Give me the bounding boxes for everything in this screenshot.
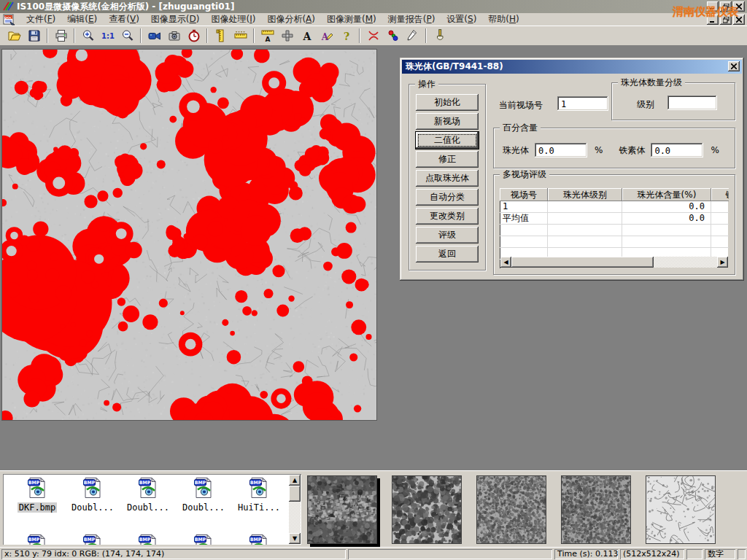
svg-text:?: ? <box>343 31 349 42</box>
camera-icon[interactable] <box>165 28 183 44</box>
file-item[interactable]: BMPDoubl... <box>121 477 175 513</box>
classify-icon[interactable] <box>384 28 402 44</box>
child-minimize-button[interactable] <box>707 15 719 25</box>
ferrite-unit: % <box>711 145 719 155</box>
file-list-scrollbar[interactable]: ▲ ▼ <box>289 475 301 544</box>
operation-buttons: 初始化新视场二值化修正点取珠光体自动分类更改类别评级返回 <box>409 85 485 262</box>
file-item[interactable]: BMPHuiTi... <box>232 477 286 513</box>
close-button[interactable] <box>733 1 745 12</box>
text-icon[interactable]: A <box>298 28 316 44</box>
toolbar: 1:1AAA? <box>0 26 747 46</box>
table-row[interactable]: 10.0 <box>500 201 729 213</box>
file-list[interactable]: BMPDKF.bmpBMPDoubl...BMPDoubl...BMPDoubl… <box>3 474 301 545</box>
grade-input[interactable] <box>667 96 717 110</box>
curve-tool-icon[interactable] <box>364 28 382 44</box>
menu-item-help[interactable]: 帮助(H) <box>482 12 525 26</box>
menu-item-image-process[interactable]: 图像处理(I) <box>205 12 261 26</box>
grid-icon[interactable] <box>278 28 296 44</box>
image-thumbnail[interactable] <box>561 475 631 544</box>
brush-icon[interactable] <box>430 28 449 44</box>
dialog-close-button[interactable] <box>728 61 740 71</box>
file-item[interactable]: BMP <box>10 534 64 545</box>
op-button[interactable]: 返回 <box>416 246 479 262</box>
file-name: Doubl... <box>70 502 115 513</box>
table-row[interactable] <box>500 225 729 236</box>
svg-text:BMP: BMP <box>139 480 151 485</box>
file-item[interactable]: BMP <box>121 534 175 545</box>
grade-field-label: 级别 <box>637 98 654 111</box>
caliper-icon[interactable] <box>212 28 230 44</box>
table-row[interactable] <box>500 236 729 248</box>
file-item[interactable]: BMP <box>232 534 286 545</box>
zoom-in-icon[interactable] <box>79 28 97 44</box>
image-thumbnail[interactable] <box>392 475 462 544</box>
current-field-input[interactable] <box>557 96 608 111</box>
minimize-button[interactable] <box>707 1 719 12</box>
document-icon[interactable]: DOC <box>3 14 16 26</box>
file-scroll-thumb[interactable] <box>289 486 301 502</box>
op-button[interactable]: 新视场 <box>416 113 479 130</box>
child-restore-button[interactable] <box>720 15 732 25</box>
zoom-out-icon[interactable] <box>118 28 136 44</box>
table-column-header[interactable]: 珠光体级别 <box>548 188 622 201</box>
op-button[interactable]: 二值化 <box>416 132 479 149</box>
op-button[interactable]: 修正 <box>416 151 479 168</box>
op-button[interactable]: 更改类别 <box>416 208 479 225</box>
file-name: DKF.bmp <box>18 502 58 513</box>
menu-item-settings[interactable]: 设置(S) <box>441 12 482 26</box>
file-item[interactable]: BMP <box>66 534 120 545</box>
timer-icon[interactable] <box>185 28 203 44</box>
scroll-track[interactable] <box>511 257 717 268</box>
menu-item-image-analysis[interactable]: 图像分析(A) <box>261 12 321 26</box>
image-thumbnail[interactable] <box>476 475 546 544</box>
menu-item-edit[interactable]: 编辑(E) <box>61 12 103 26</box>
file-name: HuiTi... <box>236 502 282 513</box>
svg-text:BMP: BMP <box>195 537 206 542</box>
file-item[interactable]: BMPDKF.bmp <box>10 477 64 513</box>
op-button[interactable]: 点取珠光体 <box>416 170 479 187</box>
file-item[interactable]: BMPDoubl... <box>177 477 231 513</box>
percent-group: 百分含量 珠光体 % 铁素体 % <box>493 128 735 168</box>
menu-item-view[interactable]: 查看(V) <box>103 12 145 26</box>
table-column-header[interactable]: 视场号 <box>500 188 548 201</box>
scroll-down-button[interactable]: ▼ <box>289 533 301 544</box>
scroll-right-button[interactable]: ▶ <box>717 257 728 268</box>
op-button[interactable]: 评级 <box>416 227 479 244</box>
file-item[interactable]: BMPDoubl... <box>66 477 120 513</box>
annotate-icon[interactable]: A <box>317 28 336 44</box>
table-h-scrollbar[interactable]: ◀ ▶ <box>500 257 728 268</box>
print-icon[interactable] <box>52 28 70 44</box>
video-camera-icon[interactable] <box>145 28 163 44</box>
title-bar[interactable]: IS100显微摄像系统(金相分析版) - [zhuguangti01] <box>0 0 747 13</box>
dialog-title-bar[interactable]: 珠光体(GB/T9441-88) <box>402 60 742 74</box>
child-close-button[interactable] <box>733 15 745 25</box>
image-thumbnail[interactable] <box>307 475 377 544</box>
save-icon[interactable] <box>25 28 43 44</box>
status-empty-1 <box>348 549 552 559</box>
op-button[interactable]: 自动分类 <box>416 189 479 206</box>
table-row[interactable]: 平均值0.0 <box>500 213 729 225</box>
file-item[interactable]: BMP <box>177 534 231 545</box>
scroll-thumb[interactable] <box>511 257 654 268</box>
measure-text-icon[interactable]: A <box>258 28 276 44</box>
percent-group-label: 百分含量 <box>500 122 541 133</box>
table-column-header[interactable]: 珠光体含量(%) <box>622 188 711 201</box>
picker-icon[interactable] <box>403 28 422 44</box>
ruler-icon[interactable] <box>231 28 249 44</box>
scroll-left-button[interactable]: ◀ <box>500 257 511 268</box>
op-button[interactable]: 初始化 <box>416 94 479 111</box>
open-icon[interactable] <box>5 28 23 44</box>
pearlite-value-input[interactable] <box>535 143 587 158</box>
ferrite-value-input[interactable] <box>651 143 703 158</box>
metallographic-image[interactable] <box>1 49 377 421</box>
help-icon[interactable]: ? <box>337 28 355 44</box>
scroll-up-button[interactable]: ▲ <box>289 475 301 486</box>
restore-button[interactable] <box>720 1 732 12</box>
menu-item-image-display[interactable]: 图像显示(D) <box>145 12 206 26</box>
table-column-header[interactable]: 铁素体含量(%) <box>711 188 729 201</box>
menu-item-file[interactable]: 文件(F) <box>20 12 61 26</box>
menu-item-image-measure[interactable]: 图像测量(M) <box>321 12 382 26</box>
actual-size-icon[interactable]: 1:1 <box>98 28 117 44</box>
image-thumbnail[interactable] <box>646 475 716 544</box>
menu-item-measure-report[interactable]: 测量报告(P) <box>382 12 441 26</box>
